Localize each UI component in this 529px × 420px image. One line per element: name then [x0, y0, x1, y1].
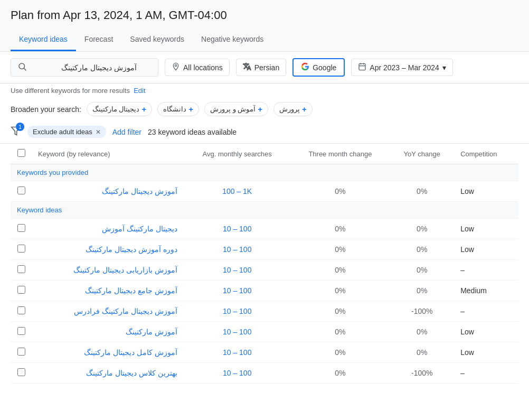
row-checkbox-cell[interactable] — [11, 219, 32, 239]
row-checkbox-cell[interactable] — [11, 181, 32, 202]
keyword-cell[interactable]: آموزش مارکتینگ — [32, 322, 184, 342]
select-all-checkbox[interactable] — [17, 149, 25, 157]
search-input[interactable] — [31, 63, 137, 72]
row-checkbox[interactable] — [17, 224, 25, 232]
keyword-cell[interactable]: دوره آموزش دیجیتال مارکتینگ — [32, 239, 184, 260]
yoy-cell: 0% — [390, 239, 454, 260]
keyword-cell[interactable]: آموزش بازاریابی دیجیتال مارکتینگ — [32, 260, 184, 281]
row-checkbox-cell[interactable] — [11, 281, 32, 301]
search-engine-button[interactable]: Google — [292, 58, 345, 77]
row-checkbox-cell[interactable] — [11, 239, 32, 260]
row-checkbox-cell[interactable] — [11, 363, 32, 384]
broaden-tag-1[interactable]: + دیجیتال مارکتینگ — [87, 102, 152, 116]
plus-icon-2: + — [188, 105, 193, 114]
broaden-tag-2[interactable]: + دانشگاه — [157, 102, 199, 116]
avg-search-cell: 10 – 100 — [184, 301, 291, 322]
three-month-cell: 0% — [290, 239, 390, 260]
keyword-cell[interactable]: بهترین کلاس دیجیتال مارکتینگ — [32, 363, 184, 384]
edit-link[interactable]: Edit — [134, 87, 145, 95]
keyword-cell[interactable]: آموزش کامل دیجیتال مارکتینگ — [32, 342, 184, 363]
row-checkbox[interactable] — [17, 286, 25, 294]
toolbar: All locations Persian Google — [0, 52, 529, 83]
yoy-cell: 0% — [390, 181, 454, 202]
yoy-cell: -100% — [390, 301, 454, 322]
keyword-cell[interactable]: آموزش دیجیتال مارکتینگ فرادرس — [32, 301, 184, 322]
row-checkbox[interactable] — [17, 186, 25, 194]
broaden-tag-label-4: پرورش — [279, 105, 300, 113]
search-box[interactable] — [11, 58, 158, 77]
competition-cell: Low — [454, 322, 518, 342]
row-checkbox[interactable] — [17, 265, 25, 273]
table-row: آموزش کامل دیجیتال مارکتینگ 10 – 100 0% … — [11, 342, 518, 363]
row-checkbox-cell[interactable] — [11, 260, 32, 281]
avg-search-cell: 100 – 1K — [184, 181, 291, 202]
table-row: بهترین کلاس دیجیتال مارکتینگ 10 – 100 0%… — [11, 363, 518, 384]
competition-cell: Low — [454, 342, 518, 363]
section-ideas-header: Keyword ideas — [11, 202, 518, 219]
table-row: آموزش دیجیتال مارکتینگ فرادرس 10 – 100 0… — [11, 301, 518, 322]
broaden-tag-4[interactable]: + پرورش — [273, 102, 313, 116]
chevron-down-icon: ▾ — [442, 63, 446, 72]
row-checkbox[interactable] — [17, 327, 25, 335]
avg-search-cell: 10 – 100 — [184, 239, 291, 260]
table-row: آموزش مارکتینگ 10 – 100 0% 0% Low — [11, 322, 518, 342]
svg-point-2 — [175, 64, 176, 66]
yoy-cell: 0% — [390, 281, 454, 301]
exclude-label: Exclude adult ideas — [33, 128, 92, 136]
tab-negative-keywords[interactable]: Negative keywords — [193, 29, 272, 51]
location-label: All locations — [183, 63, 223, 72]
filter-icon-button[interactable]: 1 — [11, 126, 21, 138]
row-checkbox[interactable] — [17, 245, 25, 253]
table-row: دوره آموزش دیجیتال مارکتینگ 10 – 100 0% … — [11, 239, 518, 260]
row-checkbox-cell[interactable] — [11, 342, 32, 363]
keywords-table: Keyword (by relevance) Avg. monthly sear… — [11, 144, 518, 384]
exclude-adult-tag[interactable]: Exclude adult ideas ✕ — [27, 126, 106, 138]
location-icon — [172, 62, 180, 72]
table-row: آموزش دیجیتال مارکتینگ 100 – 1K 0% 0% Lo… — [11, 181, 518, 202]
language-filter[interactable]: Persian — [236, 59, 286, 76]
search-icon — [17, 62, 27, 73]
google-icon — [301, 62, 309, 72]
row-checkbox-cell[interactable] — [11, 301, 32, 322]
avg-search-cell: 10 – 100 — [184, 281, 291, 301]
table-container: Keyword (by relevance) Avg. monthly sear… — [0, 144, 529, 394]
location-filter[interactable]: All locations — [165, 59, 230, 76]
col-competition: Competition — [454, 144, 518, 164]
keyword-cell[interactable]: آموزش جامع دیجیتال مارکتینگ — [32, 281, 184, 301]
tab-bar: Keyword ideas Forecast Saved keywords Ne… — [11, 29, 518, 51]
yoy-cell: 0% — [390, 322, 454, 342]
table-row: آموزش بازاریابی دیجیتال مارکتینگ 10 – 10… — [11, 260, 518, 281]
competition-cell: – — [454, 260, 518, 281]
row-checkbox[interactable] — [17, 368, 25, 376]
row-checkbox-cell[interactable] — [11, 322, 32, 342]
table-row: آموزش جامع دیجیتال مارکتینگ 10 – 100 0% … — [11, 281, 518, 301]
tab-keyword-ideas[interactable]: Keyword ideas — [11, 29, 76, 51]
svg-line-1 — [24, 68, 26, 70]
three-month-cell: 0% — [290, 322, 390, 342]
competition-cell: – — [454, 363, 518, 384]
select-all-header[interactable] — [11, 144, 32, 164]
date-range-button[interactable]: Apr 2023 – Mar 2024 ▾ — [351, 59, 453, 76]
three-month-cell: 0% — [290, 301, 390, 322]
add-filter-button[interactable]: Add filter — [112, 128, 141, 136]
date-range-label: Apr 2023 – Mar 2024 — [370, 63, 439, 72]
hint-text: Use different keywords for more results — [11, 87, 130, 95]
avg-search-cell: 10 – 100 — [184, 342, 291, 363]
col-three-month: Three month change — [290, 144, 390, 164]
row-checkbox[interactable] — [17, 348, 25, 356]
hint-row: Use different keywords for more results … — [0, 83, 529, 98]
broaden-tag-3[interactable]: + آموش و پرورش — [204, 102, 268, 116]
yoy-cell: 0% — [390, 342, 454, 363]
row-checkbox[interactable] — [17, 306, 25, 314]
broaden-row: Broaden your search: + دیجیتال مارکتینگ … — [0, 98, 529, 120]
keyword-cell[interactable]: دیجیتال مارکتینگ آموزش — [32, 219, 184, 239]
avg-search-cell: 10 – 100 — [184, 322, 291, 342]
tab-saved-keywords[interactable]: Saved keywords — [121, 29, 193, 51]
col-yoy: YoY change — [390, 144, 454, 164]
avg-search-cell: 10 – 100 — [184, 260, 291, 281]
tab-forecast[interactable]: Forecast — [76, 29, 121, 51]
filter-badge: 1 — [16, 123, 24, 131]
exclude-remove-icon[interactable]: ✕ — [96, 128, 101, 136]
keyword-cell[interactable]: آموزش دیجیتال مارکتینگ — [32, 181, 184, 202]
competition-cell: Medium — [454, 281, 518, 301]
